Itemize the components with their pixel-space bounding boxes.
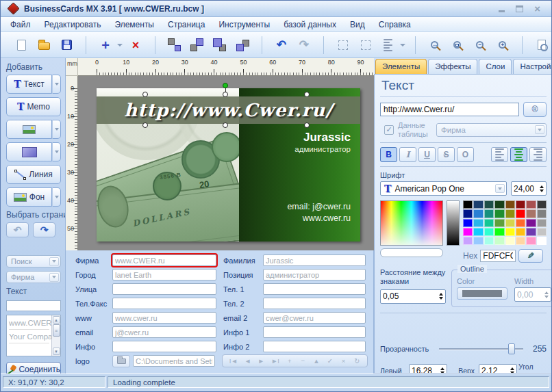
info-field[interactable] [112,341,216,352]
info1-field[interactable] [263,326,366,338]
palette-swatch[interactable] [484,237,494,245]
firm-dropdown[interactable]: Фирма [6,271,61,283]
outline-text-button[interactable]: O [457,147,474,162]
palette-swatch[interactable] [516,209,525,218]
palette-swatch[interactable] [463,228,473,236]
select-all-button[interactable] [334,36,353,55]
redo-button[interactable]: ↷ [294,36,314,55]
palette-swatch[interactable] [463,219,473,227]
align-button[interactable] [379,36,398,55]
selection-handle[interactable] [142,92,148,97]
db-navigator-button[interactable]: ✓ [327,357,334,365]
palette-swatch[interactable] [516,200,525,209]
add-shape-dropdown[interactable] [52,142,61,161]
add-shape-button[interactable] [6,142,52,161]
list-item[interactable]: Your Compar [9,330,49,343]
connect-button[interactable]: Соединить [6,362,61,374]
group-select-button[interactable] [356,36,375,55]
scroll-down-icon[interactable]: ▼ [53,348,60,355]
send-to-back-button[interactable] [233,36,252,55]
selection-handle[interactable] [223,122,228,128]
previous-page-button[interactable]: ↶ [6,222,29,237]
card-url-text[interactable]: http://www.Cwer.ru/ [124,100,332,120]
underline-button[interactable]: U [418,147,436,162]
menu-item[interactable]: Инструменты [212,18,277,31]
logo-path-field[interactable] [133,355,215,367]
add-line-button[interactable]: Линия [6,165,61,184]
street-field[interactable] [112,283,216,295]
palette-swatch[interactable] [537,200,547,209]
card-www-text[interactable]: www.cwer.ru [303,213,351,223]
palette-swatch[interactable] [526,200,536,209]
palette-swatch[interactable] [484,228,494,236]
rotation-handle[interactable] [223,83,228,88]
palette-swatch[interactable] [516,219,525,227]
color-gradient-square[interactable] [380,200,443,246]
menu-item[interactable]: Файл [3,18,38,31]
list-item[interactable]: www.CWER. [9,316,49,330]
add-button[interactable]: + [96,36,115,55]
palette-swatch[interactable] [473,209,483,218]
palette-swatch[interactable] [463,237,473,245]
delete-button[interactable]: × [126,36,145,55]
add-background-button[interactable]: Фон [6,187,52,207]
font-size-spinner[interactable]: 24,00 [511,181,547,196]
add-dropdown-caret[interactable] [117,44,123,47]
tab-layers[interactable]: Слои [479,59,512,74]
add-background-dropdown[interactable] [52,187,61,207]
font-family-dropdown[interactable]: T American Pop One [380,181,507,196]
outline-color-button[interactable] [457,287,507,300]
menu-item[interactable]: базой данных [277,18,343,31]
palette-swatch[interactable] [526,228,536,236]
palette-swatch[interactable] [463,200,473,209]
phone1-field[interactable] [263,283,366,295]
add-text-dropdown[interactable] [52,75,61,94]
add-text-button[interactable]: TТекст [6,75,52,94]
scrollbar-thumb[interactable]: ≡ [53,324,60,337]
palette-swatch[interactable] [526,219,536,227]
zoom-in-button[interactable]: + [493,36,512,55]
db-navigator-button[interactable]: ↻ [353,357,360,365]
list-scrollbar[interactable]: ▲ ≡ ▼ [51,315,60,356]
menu-item[interactable]: Справка [372,18,418,31]
table-data-checkbox[interactable]: ✓ [384,125,394,135]
element-text-input[interactable] [380,103,519,116]
db-navigator-button[interactable]: ▲ [313,357,320,365]
palette-swatch[interactable] [494,209,504,218]
tab-elements[interactable]: Элементы [375,59,427,74]
palette-swatch[interactable] [526,237,536,245]
new-document-button[interactable] [12,36,31,55]
db-navigator-button[interactable]: ►I [271,357,279,365]
info2-field[interactable] [263,341,366,352]
align-dropdown-caret[interactable] [400,44,405,47]
palette-swatch[interactable] [494,237,504,245]
palette-swatch[interactable] [505,209,515,218]
menu-item[interactable]: Вид [343,18,372,31]
send-backward-button[interactable] [165,36,184,55]
save-button[interactable] [57,36,76,55]
palette-swatch[interactable] [505,228,515,236]
close-icon[interactable]: × [534,5,540,12]
palette-swatch[interactable] [494,228,504,236]
menu-item[interactable]: Элементы [108,18,161,31]
palette-swatch[interactable] [494,219,504,227]
palette-swatch[interactable] [484,219,494,227]
minimize-icon[interactable] [499,10,505,12]
db-navigator-button[interactable]: I◄ [229,357,238,365]
palette-swatch[interactable] [463,209,473,218]
color-value-box[interactable] [380,248,443,257]
top-spinner[interactable]: 2,12 [479,364,517,374]
palette-swatch[interactable] [505,200,515,209]
opacity-slider[interactable] [439,343,523,354]
palette-swatch[interactable] [494,200,504,209]
fax-field[interactable] [112,298,216,309]
email-field[interactable] [112,326,216,338]
align-center-button[interactable] [510,147,527,162]
opacity-slider-thumb[interactable] [508,343,515,354]
bold-button[interactable]: B [380,147,397,162]
city-field[interactable] [112,269,216,280]
undo-button[interactable]: ↶ [272,36,291,55]
firm-field[interactable] [112,254,216,266]
strikethrough-button[interactable]: S [438,147,455,162]
palette-swatch[interactable] [537,228,547,236]
